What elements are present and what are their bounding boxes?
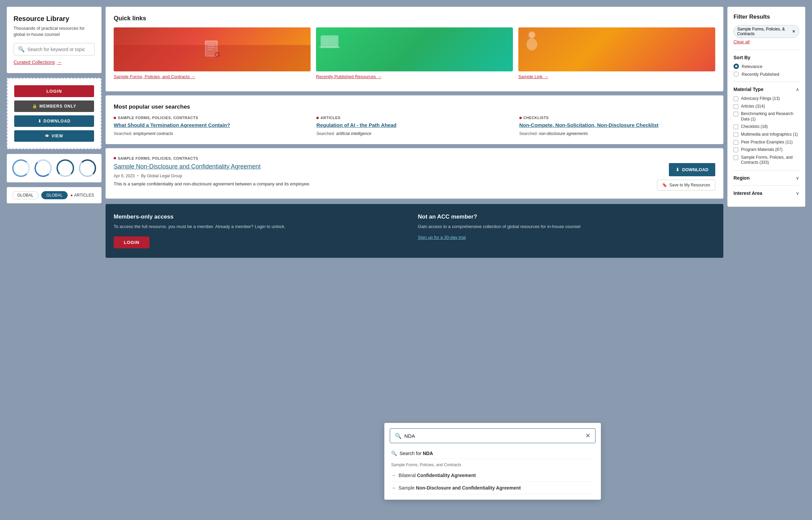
download-icon: ⬇ xyxy=(38,119,42,123)
checkbox-advocacy[interactable]: Advocacy Filings (13) xyxy=(734,96,799,101)
multimedia-checkbox[interactable] xyxy=(734,132,738,137)
search-box[interactable]: 🔍 xyxy=(14,43,95,55)
material-type-header[interactable]: Material Type ∧ xyxy=(734,87,799,92)
search-dropdown: 🔍 NDA ✕ 🔍 Search for NDA Sample Forms, P… xyxy=(384,423,601,500)
checkbox-peer[interactable]: Peer Practice Examples (11) xyxy=(734,140,799,145)
sample-link[interactable]: Sample Link → xyxy=(518,74,715,79)
sample-forms-checkbox[interactable] xyxy=(734,155,738,160)
resource-result-card: SAMPLE FORMS, POLICIES, CONTRACTS Sample… xyxy=(106,148,723,199)
advocacy-checkbox[interactable] xyxy=(734,96,738,101)
not-member-title: Not an ACC member? xyxy=(418,213,715,220)
checkbox-benchmarking[interactable]: Benchmarking and Research Data (1) xyxy=(734,111,799,122)
tag-articles: ● ARTICLES xyxy=(70,193,94,198)
region-chevron: ∨ xyxy=(796,175,799,181)
woman-svg xyxy=(518,27,545,54)
dropdown-search-icon: 🔍 xyxy=(395,433,402,439)
right-sidebar: Filter Results Sample Forms, Policies, &… xyxy=(727,7,805,258)
signup-link[interactable]: Sign up for a 30-day trial xyxy=(418,235,466,240)
checkbox-sample-forms[interactable]: Sample Forms, Policies, and Contracts (3… xyxy=(734,155,799,165)
active-filter-badge: Sample Forms, Policies, & Contracts ✕ xyxy=(734,25,799,38)
most-popular-card: Most popular user searches SAMPLE FORMS,… xyxy=(106,95,723,144)
action-buttons-card: LOGIN 🔒 MEMBERS ONLY ⬇ DOWNLOAD 👁 VIEW xyxy=(7,78,102,149)
checkbox-program[interactable]: Program Materials (67) xyxy=(734,147,799,153)
save-to-resources-button[interactable]: 🔖 Save to My Resources xyxy=(657,180,715,190)
bookmark-icon: 🔖 xyxy=(662,183,667,187)
curated-arrow: → xyxy=(57,60,62,65)
benchmarking-checkbox[interactable] xyxy=(734,112,738,116)
result-by: By Global Legal Group xyxy=(141,174,182,178)
circle-1 xyxy=(12,159,30,177)
sort-by-section: Sort By Relevance Recently Published xyxy=(734,55,799,77)
close-filter-icon[interactable]: ✕ xyxy=(792,29,795,34)
sort-relevance[interactable]: Relevance xyxy=(734,64,799,69)
cat-dot-1 xyxy=(316,117,319,119)
checkbox-multimedia[interactable]: Multimedia and Infographics (1) xyxy=(734,132,799,137)
dropdown-result-1[interactable]: → Sample Non-Disclosure and Confidential… xyxy=(390,482,595,494)
popular-title-2[interactable]: Non-Compete, Non-Solicitation, Non-Discl… xyxy=(519,122,715,129)
articles-label: Articles (314) xyxy=(741,104,765,109)
search-dropdown-header: 🔍 NDA ✕ xyxy=(390,428,595,443)
relevance-label: Relevance xyxy=(742,64,762,69)
members-only-button[interactable]: 🔒 MEMBERS ONLY xyxy=(14,100,94,112)
svg-rect-7 xyxy=(319,47,340,48)
cat-dot-0 xyxy=(114,117,116,119)
recent-link-label: Recently Published Resources → xyxy=(316,74,382,79)
region-header[interactable]: Region ∨ xyxy=(734,175,799,181)
filter-divider-2 xyxy=(734,82,799,82)
sort-recently-published[interactable]: Recently Published xyxy=(734,71,799,77)
popular-title-1[interactable]: Regulation of AI - the Path Ahead xyxy=(316,122,512,129)
recent-link[interactable]: Recently Published Resources → xyxy=(316,74,513,79)
popular-category-0: SAMPLE FORMS, POLICIES, CONTRACTS xyxy=(114,116,310,120)
peer-checkbox[interactable] xyxy=(734,140,738,145)
download-button[interactable]: ⬇ DOWNLOAD xyxy=(14,115,94,127)
interest-area-header[interactable]: Interest Area ∨ xyxy=(734,190,799,196)
result-download-label: DOWNLOAD xyxy=(682,167,708,172)
download-label: DOWNLOAD xyxy=(44,119,71,123)
svg-point-4 xyxy=(215,52,220,57)
filter-heading: Filter Results xyxy=(734,14,799,20)
result-title[interactable]: Sample Non-Disclosure and Confidentialit… xyxy=(114,163,650,170)
interest-area-chevron: ∨ xyxy=(796,190,799,196)
search-input[interactable] xyxy=(27,47,90,52)
checklists-checkbox[interactable] xyxy=(734,125,738,129)
search-suggestion[interactable]: 🔍 Search for NDA xyxy=(390,448,595,459)
relevance-radio[interactable] xyxy=(734,64,739,69)
circle-2 xyxy=(35,159,52,177)
curated-collections-link[interactable]: Curated Collections → xyxy=(14,60,95,65)
members-title: Members-only access xyxy=(114,213,411,220)
main-content: Quick links Sa xyxy=(106,7,723,258)
sample-forms-label: Sample Forms, Policies, and Contracts (3… xyxy=(741,155,799,165)
search-input-value[interactable]: NDA xyxy=(402,433,585,439)
searched-label-1: Searched: artificial intelligence xyxy=(316,131,512,136)
close-search-button[interactable]: ✕ xyxy=(585,432,590,439)
filter-card: Filter Results Sample Forms, Policies, &… xyxy=(727,7,805,207)
eye-icon: 👁 xyxy=(45,134,49,138)
svg-rect-0 xyxy=(205,41,217,56)
tags-card: GLOBAL GLOBAL ● ARTICLES xyxy=(7,187,102,203)
checklists-label: Checklists (18) xyxy=(741,124,768,130)
program-label: Program Materials (67) xyxy=(741,147,783,153)
quick-link-recent: Recently Published Resources → xyxy=(316,27,513,79)
result-text-1: Sample Non-Disclosure and Confidentialit… xyxy=(399,485,521,491)
peer-label: Peer Practice Examples (11) xyxy=(741,140,793,145)
login-button[interactable]: LOGIN xyxy=(14,85,94,97)
tag-global-outline[interactable]: GLOBAL xyxy=(12,191,39,199)
contracts-link[interactable]: Sample Forms, Policies, and Contracts → xyxy=(114,74,311,79)
dropdown-result-0[interactable]: → Bilateral Confidentiality Agreement xyxy=(390,469,595,482)
view-button[interactable]: 👁 VIEW xyxy=(14,130,94,142)
members-login-button[interactable]: LOGIN xyxy=(114,236,150,248)
filter-divider-3 xyxy=(734,170,799,171)
cat-dot-2 xyxy=(519,117,522,119)
checkbox-articles[interactable]: Articles (314) xyxy=(734,104,799,109)
articles-checkbox[interactable] xyxy=(734,104,738,109)
popular-title-0[interactable]: What Should a Termination Agreement Cont… xyxy=(114,122,310,129)
tag-global-active[interactable]: GLOBAL xyxy=(41,191,68,199)
result-download-button[interactable]: ⬇ DOWNLOAD xyxy=(669,163,715,176)
checkbox-checklists[interactable]: Checklists (18) xyxy=(734,124,799,130)
curated-label: Curated Collections xyxy=(14,60,55,65)
recently-published-radio[interactable] xyxy=(734,71,739,77)
region-title: Region xyxy=(734,175,749,181)
result-text-0: Bilateral Confidentiality Agreement xyxy=(399,473,476,478)
program-checkbox[interactable] xyxy=(734,148,738,152)
clear-all-link[interactable]: Clear all xyxy=(734,39,799,44)
